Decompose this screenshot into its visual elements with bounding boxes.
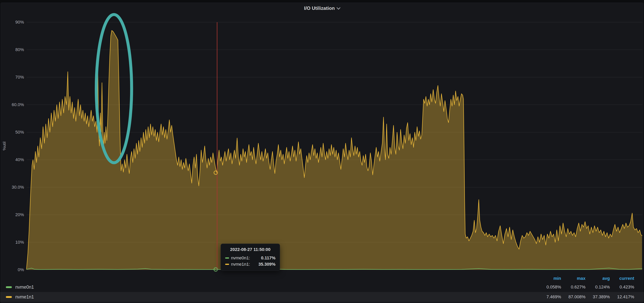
tooltip-series-value: 35.309%: [258, 262, 276, 267]
legend-row-nvme0n1[interactable]: nvme0n1 0.058% 0.627% 0.124% 0.423%: [0, 282, 644, 292]
stat-avg: 37.389%: [586, 294, 610, 300]
crosshair-tooltip: 2022-08-27 11:50:00 nvme0n1: 0.117% nvme…: [221, 244, 280, 271]
stat-min: 0.058%: [537, 284, 561, 290]
legend-series-name[interactable]: nvme1n1: [15, 294, 34, 300]
legend-header-avg[interactable]: avg: [586, 276, 610, 281]
series-swatch-icon[interactable]: [6, 286, 12, 288]
series-swatch-icon: [225, 258, 229, 258]
series-swatch-icon: [225, 264, 229, 265]
stat-max: 87.008%: [561, 294, 586, 300]
y-tick-label: 40%: [0, 157, 24, 162]
y-tick-label: 60.0%: [0, 102, 24, 108]
stat-current: 0.423%: [610, 284, 634, 290]
stat-max: 0.627%: [561, 284, 586, 290]
legend-header: min max avg current: [0, 275, 644, 282]
legend-header-min[interactable]: min: [537, 276, 561, 281]
series-swatch-icon[interactable]: [6, 296, 12, 298]
y-tick-label: 80%: [0, 47, 24, 52]
legend: min max avg current nvme0n1 0.058% 0.627…: [0, 275, 644, 303]
tooltip-series-label: nvme0n1:: [231, 256, 250, 260]
y-tick-label: 30.0%: [0, 184, 24, 190]
legend-series-name[interactable]: nvme0n1: [15, 284, 34, 290]
stat-min: 7.469%: [537, 294, 561, 300]
y-tick-label: 50%: [0, 130, 24, 135]
tooltip-series-label: nvme1n1:: [231, 262, 250, 267]
y-axis-label: %util: [2, 136, 7, 156]
panel-header[interactable]: I/O Utilization: [0, 2, 644, 14]
legend-header-current[interactable]: current: [610, 276, 634, 281]
legend-row-nvme1n1[interactable]: nvme1n1 7.469% 87.008% 37.389% 12.417%: [0, 292, 644, 302]
y-tick-label: 20%: [0, 212, 24, 218]
chevron-down-icon: [336, 6, 340, 10]
stat-current: 12.417%: [610, 294, 634, 300]
tooltip-timestamp: 2022-08-27 11:50:00: [225, 247, 276, 252]
tooltip-row-nvme1n1: nvme1n1: 35.309%: [225, 261, 276, 268]
y-tick-label: 70%: [0, 74, 24, 80]
timeseries-canvas[interactable]: [0, 0, 644, 303]
tooltip-row-nvme0n1: nvme0n1: 0.117%: [225, 255, 276, 261]
tooltip-series-value: 0.117%: [261, 256, 276, 260]
y-tick-label: 10%: [0, 240, 24, 245]
stat-avg: 0.124%: [586, 284, 610, 290]
y-tick-label: 90%: [0, 20, 24, 25]
panel-title: I/O Utilization: [304, 6, 335, 11]
legend-header-max[interactable]: max: [561, 276, 586, 281]
y-tick-label: 0%: [0, 267, 24, 272]
